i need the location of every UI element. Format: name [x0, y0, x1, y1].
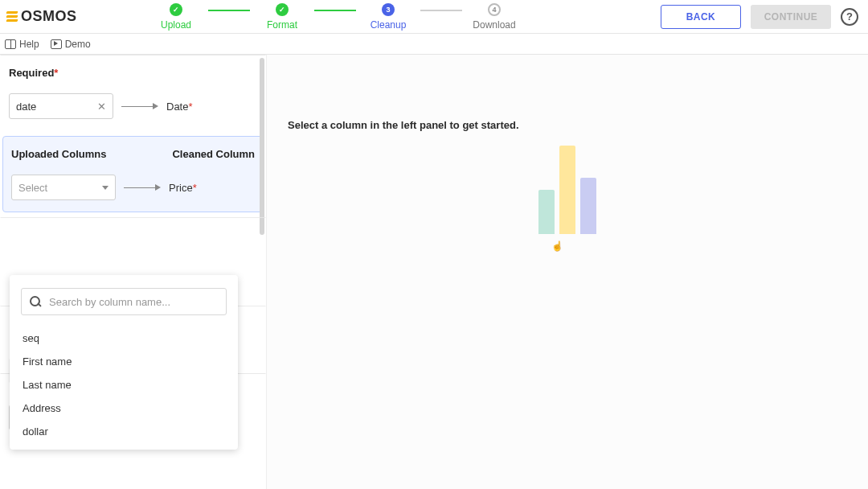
logo: OSMOS — [6, 8, 77, 25]
clear-icon[interactable]: ✕ — [97, 101, 106, 113]
help-label: Help — [19, 39, 39, 50]
bar-icon — [538, 190, 555, 234]
arrow-icon — [121, 103, 158, 109]
step-format[interactable]: ✓ Format — [250, 3, 314, 31]
right-panel: Select a column in the left panel to get… — [267, 55, 868, 489]
step-number: 3 — [382, 3, 395, 16]
help-icon[interactable]: ? — [841, 8, 858, 26]
source-column-select[interactable]: Select — [11, 175, 116, 200]
check-icon: ✓ — [276, 3, 289, 16]
date-target: Date* — [166, 101, 193, 113]
book-icon — [5, 39, 16, 49]
empty-state-prompt: Select a column in the left panel to get… — [288, 119, 519, 131]
scrollbar[interactable] — [260, 58, 264, 235]
logo-mark-icon — [6, 11, 18, 22]
step-label: Download — [473, 19, 515, 31]
dropdown-option[interactable]: Address — [21, 397, 227, 420]
continue-button[interactable]: CONTINUE — [751, 5, 831, 29]
cursor-icon: ☝ — [551, 240, 563, 252]
left-panel: Required* date ✕ Date* Uploaded Columns … — [0, 55, 267, 489]
uploaded-columns-header: Uploaded Columns — [11, 148, 106, 160]
dropdown-option[interactable]: seq — [21, 327, 227, 350]
column-search-input[interactable] — [21, 288, 227, 315]
cleaned-column-header: Cleaned Column — [172, 148, 255, 160]
check-icon: ✓ — [170, 3, 182, 16]
bars-illustration — [538, 146, 596, 234]
required-label: Required — [9, 67, 54, 79]
dropdown-option[interactable]: dollar — [21, 420, 227, 443]
column-dropdown: seqFirst nameLast nameAddressdollar — [10, 275, 238, 450]
demo-link[interactable]: Demo — [51, 39, 91, 50]
arrow-icon — [124, 184, 161, 191]
step-connector — [314, 10, 356, 11]
dropdown-options: seqFirst nameLast nameAddressdollar — [21, 327, 227, 443]
dropdown-option[interactable]: Last name — [21, 373, 227, 397]
select-placeholder: Select — [18, 182, 47, 194]
step-label: Cleanup — [371, 19, 407, 31]
brand-text: OSMOS — [21, 8, 77, 25]
step-number: 4 — [488, 3, 501, 16]
chevron-down-icon — [102, 186, 108, 190]
search-field[interactable] — [49, 296, 218, 308]
step-label: Upload — [161, 19, 191, 31]
search-icon — [30, 296, 41, 307]
required-asterisk: * — [54, 67, 58, 79]
step-upload[interactable]: ✓ Upload — [144, 3, 208, 31]
date-source-input[interactable]: date ✕ — [9, 93, 113, 119]
required-section: Required* date ✕ Date* — [0, 55, 266, 131]
dropdown-option[interactable]: First name — [21, 350, 227, 373]
demo-label: Demo — [65, 39, 91, 50]
play-icon — [51, 39, 62, 49]
step-connector — [208, 10, 250, 11]
date-value: date — [16, 101, 97, 113]
mapping-section-price: Uploaded Columns Cleaned Column Select P… — [2, 136, 264, 212]
step-label: Format — [267, 19, 297, 31]
step-cleanup[interactable]: 3 Cleanup — [356, 3, 420, 31]
progress-steps: ✓ Upload ✓ Format 3 Cleanup 4 Download — [144, 3, 526, 31]
help-link[interactable]: Help — [5, 39, 39, 50]
step-download[interactable]: 4 Download — [462, 3, 526, 31]
bar-icon — [580, 178, 596, 234]
bar-icon — [559, 146, 575, 234]
step-connector — [420, 10, 462, 11]
back-button[interactable]: BACK — [661, 5, 741, 29]
price-target: Price* — [169, 182, 197, 194]
